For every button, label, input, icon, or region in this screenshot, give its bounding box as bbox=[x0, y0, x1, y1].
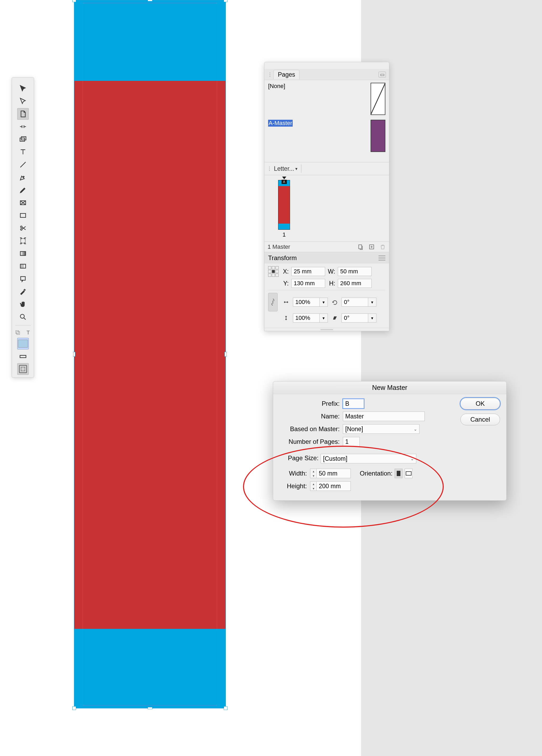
svg-point-2 bbox=[23, 176, 24, 177]
master-none-thumb[interactable] bbox=[370, 83, 385, 115]
panel-stack: ⋮ Pages ▭ [None] A-Master ⋮ Letter...▾ A… bbox=[264, 62, 389, 331]
rotate-input[interactable]: 0°▾ bbox=[341, 298, 376, 307]
svg-rect-17 bbox=[397, 471, 400, 476]
new-master-dialog: New Master OK Cancel Prefix: B Name: Mas… bbox=[273, 381, 507, 501]
page-size-select[interactable]: [Custom]⌄ bbox=[321, 454, 416, 463]
orientation-landscape-button[interactable] bbox=[405, 469, 412, 478]
scale-x-icon bbox=[282, 298, 290, 306]
master-a-thumb[interactable] bbox=[370, 120, 385, 152]
y-label: Y: bbox=[281, 280, 289, 287]
scale-y-input[interactable]: 100%▾ bbox=[293, 314, 328, 322]
edit-page-size-icon[interactable] bbox=[357, 244, 364, 250]
svg-point-11 bbox=[20, 314, 24, 318]
formatting-text-toggle[interactable]: T bbox=[24, 328, 33, 337]
transform-menu-icon[interactable] bbox=[378, 256, 385, 260]
master-none-label[interactable]: [None] bbox=[268, 83, 285, 90]
resize-handle-br[interactable] bbox=[224, 706, 228, 710]
constrain-scale-link-icon[interactable] bbox=[268, 293, 277, 311]
svg-rect-13 bbox=[17, 331, 20, 334]
pages-panel-header[interactable]: ⋮ Pages ▭ bbox=[265, 69, 389, 80]
zoom-tool[interactable] bbox=[17, 311, 29, 323]
num-pages-input[interactable]: 1 bbox=[343, 437, 360, 446]
panel-dock-icon[interactable]: ▭ bbox=[378, 72, 386, 77]
orientation-portrait-button[interactable] bbox=[395, 469, 402, 478]
delete-page-icon[interactable] bbox=[379, 244, 386, 250]
page-size-preset-menu[interactable]: Letter...▾ bbox=[274, 165, 297, 172]
prefix-label: Prefix: bbox=[279, 400, 343, 407]
rotate-icon bbox=[330, 298, 339, 306]
page-1-thumb[interactable]: A bbox=[278, 180, 290, 230]
width-label: Width: bbox=[279, 470, 310, 477]
rectangle-frame-tool[interactable] bbox=[17, 197, 29, 209]
name-input[interactable]: Master bbox=[343, 412, 425, 421]
prefix-input[interactable]: B bbox=[343, 399, 364, 408]
resize-handle-b[interactable] bbox=[148, 707, 152, 709]
transform-panel-title[interactable]: Transform bbox=[268, 254, 296, 262]
shear-icon bbox=[330, 314, 339, 322]
fill-swatch[interactable] bbox=[17, 338, 29, 349]
svg-rect-4 bbox=[20, 214, 26, 218]
content-collector-tool[interactable] bbox=[17, 133, 29, 145]
resize-handle-l[interactable] bbox=[73, 352, 75, 357]
view-mode-toggle[interactable] bbox=[17, 363, 29, 375]
name-label: Name: bbox=[279, 413, 343, 420]
svg-rect-12 bbox=[16, 331, 19, 334]
spread-start-icon bbox=[282, 177, 286, 179]
resize-handle-r[interactable] bbox=[225, 352, 227, 357]
master-a-label[interactable]: A-Master bbox=[268, 120, 293, 127]
page-size-heading: Page Size: bbox=[288, 454, 318, 462]
resize-handle-tr[interactable] bbox=[224, 0, 228, 2]
h-label: H: bbox=[328, 280, 335, 287]
gap-tool[interactable] bbox=[17, 121, 29, 132]
x-input[interactable]: 25 mm bbox=[291, 267, 325, 276]
line-tool[interactable] bbox=[17, 159, 29, 170]
new-page-icon[interactable] bbox=[368, 244, 375, 250]
panel-resize-grip[interactable] bbox=[265, 328, 389, 331]
rectangle-tool[interactable] bbox=[17, 210, 29, 221]
orientation-label: Orientation: bbox=[360, 470, 392, 477]
note-tool[interactable] bbox=[17, 273, 29, 285]
letter-grip-icon: ⋮ bbox=[267, 166, 272, 172]
resize-handle-tl[interactable] bbox=[72, 0, 76, 2]
svg-rect-8 bbox=[20, 252, 26, 256]
type-tool[interactable] bbox=[17, 146, 29, 158]
selection-tool[interactable] bbox=[17, 83, 29, 94]
direct-selection-tool[interactable] bbox=[17, 95, 29, 107]
gradient-swatch-tool[interactable] bbox=[17, 248, 29, 259]
apply-gradient[interactable] bbox=[17, 351, 29, 362]
pen-tool[interactable] bbox=[17, 172, 29, 183]
scissors-tool[interactable] bbox=[17, 222, 29, 234]
free-transform-tool[interactable] bbox=[17, 235, 29, 247]
ok-button[interactable]: OK bbox=[460, 398, 500, 409]
scale-x-input[interactable]: 100%▾ bbox=[293, 298, 328, 307]
h-input[interactable]: 260 mm bbox=[338, 279, 372, 288]
w-input[interactable]: 50 mm bbox=[338, 267, 372, 276]
page-tool[interactable] bbox=[17, 108, 29, 120]
fill-stroke-toggle[interactable] bbox=[13, 328, 22, 337]
based-on-select[interactable]: [None]⌄ bbox=[343, 424, 419, 434]
svg-rect-10 bbox=[21, 276, 25, 280]
shear-input[interactable]: 0°▾ bbox=[341, 314, 376, 322]
height-stepper[interactable]: ▴▾ bbox=[310, 481, 316, 491]
svg-rect-15 bbox=[359, 245, 361, 249]
svg-rect-7 bbox=[21, 238, 25, 243]
height-label: Height: bbox=[279, 482, 310, 490]
hand-tool[interactable] bbox=[17, 298, 29, 310]
page-master-badge: A bbox=[281, 180, 287, 184]
y-input[interactable]: 130 mm bbox=[291, 279, 325, 288]
pencil-tool[interactable] bbox=[17, 184, 29, 196]
resize-handle-bl[interactable] bbox=[72, 706, 76, 710]
width-input[interactable]: 50 mm bbox=[316, 469, 351, 478]
toolbox: T bbox=[12, 77, 34, 378]
width-stepper[interactable]: ▴▾ bbox=[310, 469, 316, 478]
dialog-title: New Master bbox=[273, 381, 506, 394]
cancel-button[interactable]: Cancel bbox=[460, 414, 500, 425]
resize-handle-t[interactable] bbox=[148, 0, 152, 1]
gradient-feather-tool[interactable] bbox=[17, 260, 29, 272]
svg-rect-18 bbox=[406, 472, 411, 475]
selected-page-object[interactable] bbox=[74, 0, 226, 708]
svg-rect-14 bbox=[20, 355, 26, 358]
reference-point-grid[interactable] bbox=[268, 266, 278, 277]
height-input[interactable]: 200 mm bbox=[316, 481, 351, 491]
eyedropper-tool[interactable] bbox=[17, 286, 29, 297]
